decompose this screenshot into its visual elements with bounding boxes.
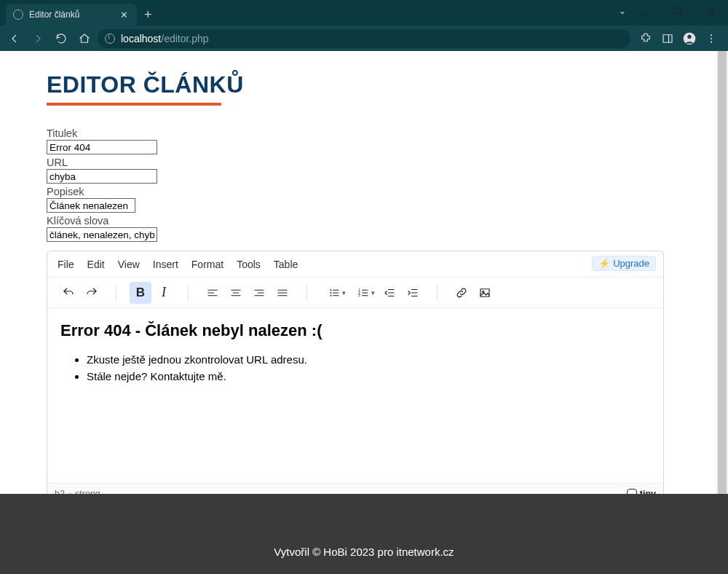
- browser-window: Editor článků ✕ + ⌄ localhost/editor.php: [0, 0, 728, 574]
- svg-point-10: [711, 41, 712, 42]
- label-titulek: Titulek: [47, 127, 681, 139]
- indent-button[interactable]: [402, 282, 424, 304]
- italic-button[interactable]: I: [153, 282, 175, 304]
- url-host: localhost: [121, 33, 161, 44]
- input-klicova[interactable]: [47, 227, 157, 242]
- globe-icon: [13, 9, 23, 20]
- footer-diagonal: [0, 494, 728, 532]
- url-path: /editor.php: [161, 33, 208, 44]
- page-footer: Vytvořil © HoBi 2023 pro itnetwork.cz: [0, 529, 728, 574]
- bullet-list-button[interactable]: ▾: [320, 282, 348, 304]
- profile-icon[interactable]: [681, 31, 697, 47]
- svg-rect-4: [663, 34, 672, 42]
- heading-underline: [47, 103, 221, 106]
- close-window-button[interactable]: [695, 0, 728, 22]
- chevron-down-icon: ▾: [342, 289, 346, 296]
- editor-content[interactable]: Error 404 - Článek nebyl nalezen :( Zkus…: [47, 308, 663, 483]
- page-title: EDITOR ČLÁNKŮ: [47, 71, 681, 98]
- svg-rect-1: [675, 8, 681, 15]
- svg-point-23: [331, 289, 332, 291]
- svg-text:3: 3: [358, 294, 360, 297]
- upgrade-label: Upgrade: [613, 258, 649, 269]
- menu-tools[interactable]: Tools: [237, 259, 261, 270]
- menu-file[interactable]: File: [58, 259, 74, 270]
- align-justify-button[interactable]: [272, 282, 293, 304]
- undo-button[interactable]: [58, 282, 79, 304]
- align-right-button[interactable]: [248, 282, 270, 304]
- menu-insert[interactable]: Insert: [153, 259, 178, 270]
- scrollbar-thumb[interactable]: [718, 51, 727, 561]
- forward-button[interactable]: [28, 28, 48, 49]
- list-item: Zkuste ještě jednou zkontrolovat URL adr…: [87, 352, 650, 369]
- svg-point-25: [331, 294, 332, 296]
- page-viewport: EDITOR ČLÁNKŮ Titulek URL Popisek Klíčov…: [0, 51, 728, 574]
- chevron-down-icon: ▾: [371, 289, 375, 296]
- browser-menu-icon[interactable]: [703, 31, 719, 47]
- bold-button[interactable]: B: [130, 282, 151, 304]
- content-list: Zkuste ještě jednou zkontrolovat URL adr…: [60, 352, 650, 385]
- upgrade-button[interactable]: ⚡Upgrade: [592, 256, 656, 271]
- menu-view[interactable]: View: [118, 259, 140, 270]
- menu-format[interactable]: Format: [191, 259, 223, 270]
- tab-title: Editor článků: [29, 9, 119, 20]
- input-popisek[interactable]: [47, 198, 135, 213]
- input-titulek[interactable]: [47, 140, 157, 154]
- browser-tab[interactable]: Editor článků ✕: [6, 4, 137, 25]
- redo-button[interactable]: [81, 282, 103, 304]
- maximize-button[interactable]: [661, 0, 695, 22]
- list-item: Stále nejde? Kontaktujte mě.: [87, 369, 650, 385]
- outdent-button[interactable]: [379, 282, 400, 304]
- address-bar: localhost/editor.php: [0, 25, 728, 51]
- sidepanel-icon[interactable]: [660, 31, 676, 47]
- align-left-button[interactable]: [202, 282, 223, 304]
- new-tab-button[interactable]: +: [137, 7, 159, 25]
- reload-button[interactable]: [51, 28, 71, 49]
- rich-text-editor: File Edit View Insert Format Tools Table…: [47, 251, 664, 504]
- minimize-button[interactable]: [628, 0, 661, 22]
- site-info-icon[interactable]: [105, 34, 115, 44]
- tabs-overflow-icon[interactable]: ⌄: [619, 6, 626, 16]
- svg-point-42: [483, 291, 484, 292]
- window-controls: [628, 0, 728, 22]
- label-url: URL: [47, 157, 681, 168]
- editor-menubar: File Edit View Insert Format Tools Table…: [47, 251, 663, 278]
- input-url[interactable]: [47, 169, 157, 184]
- link-button[interactable]: [451, 282, 472, 304]
- home-button[interactable]: [74, 28, 95, 49]
- back-button[interactable]: [4, 28, 25, 49]
- titlebar: Editor článků ✕ + ⌄: [0, 0, 728, 25]
- page: EDITOR ČLÁNKŮ Titulek URL Popisek Klíčov…: [0, 51, 728, 574]
- menu-edit[interactable]: Edit: [87, 259, 105, 270]
- image-button[interactable]: [474, 282, 496, 304]
- content-heading: Error 404 - Článek nebyl nalezen :(: [60, 321, 650, 340]
- svg-rect-41: [480, 288, 489, 296]
- footer-text: Vytvořil © HoBi 2023 pro itnetwork.cz: [274, 546, 454, 558]
- label-popisek: Popisek: [47, 186, 681, 197]
- close-tab-icon[interactable]: ✕: [119, 9, 130, 20]
- numbered-list-button[interactable]: 123▾: [349, 282, 377, 304]
- svg-point-8: [711, 34, 712, 36]
- extensions-icon[interactable]: [638, 31, 654, 47]
- address-input[interactable]: localhost/editor.php: [98, 29, 630, 48]
- svg-point-7: [687, 34, 691, 38]
- bolt-icon: ⚡: [598, 258, 610, 269]
- menu-table[interactable]: Table: [274, 259, 298, 270]
- align-center-button[interactable]: [225, 282, 247, 304]
- editor-toolbar: B I ▾ 123▾: [47, 278, 663, 308]
- svg-point-9: [711, 37, 712, 39]
- svg-point-24: [331, 292, 332, 294]
- label-klicova: Klíčová slova: [47, 215, 681, 227]
